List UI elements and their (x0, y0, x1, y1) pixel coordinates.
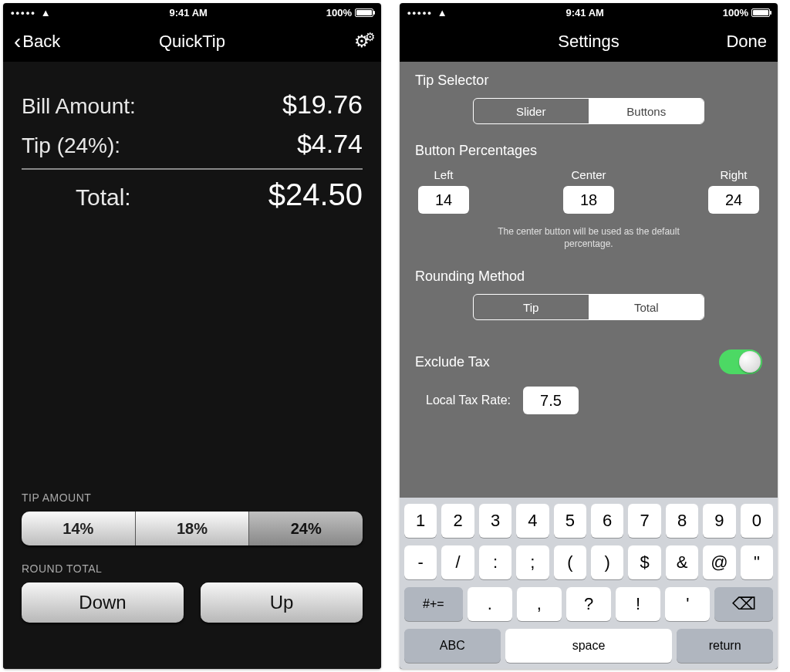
key-delete[interactable]: ⌫ (714, 587, 773, 621)
key-period[interactable]: . (468, 587, 512, 621)
key-9[interactable]: 9 (703, 504, 735, 538)
battery-icon (355, 8, 373, 17)
back-label: Back (22, 32, 60, 52)
pct-center-input[interactable]: 18 (563, 186, 614, 214)
key-exclaim[interactable]: ! (616, 587, 660, 621)
page-title: QuickTip (76, 32, 309, 52)
status-bar: •••••▲ 9:41 AM 100% (400, 3, 778, 22)
round-up-button[interactable]: Up (201, 583, 363, 623)
tip-label: Tip (24%): (22, 133, 120, 158)
gear-icon: ⚙ (354, 32, 365, 51)
gear-icon: ⚙ (365, 30, 370, 43)
rounding-method-segmented: Tip Total (473, 294, 704, 320)
wifi-icon: ▲ (437, 7, 447, 19)
key-7[interactable]: 7 (628, 504, 660, 538)
status-time: 9:41 AM (566, 7, 604, 19)
battery-icon (751, 8, 770, 17)
key-quote[interactable]: " (741, 545, 773, 579)
key-2[interactable]: 2 (441, 504, 474, 538)
keyboard-row-1: 1 2 3 4 5 6 7 8 9 0 (404, 504, 773, 538)
pct-right-input[interactable]: 24 (708, 186, 759, 214)
key-5[interactable]: 5 (554, 504, 586, 538)
keyboard-row-2: - / : ; ( ) $ & @ " (404, 545, 773, 579)
battery-percent: 100% (723, 7, 748, 19)
key-at[interactable]: @ (703, 545, 735, 579)
round-down-button[interactable]: Down (22, 583, 184, 623)
tip-amount-section-label: TIP AMOUNT (22, 491, 363, 504)
key-6[interactable]: 6 (591, 504, 623, 538)
button-percentages-label: Button Percentages (415, 143, 762, 159)
key-4[interactable]: 4 (516, 504, 549, 538)
key-comma[interactable]: , (517, 587, 562, 621)
key-0[interactable]: 0 (741, 504, 773, 538)
local-tax-rate-label: Local Tax Rate: (426, 393, 511, 407)
key-lparen[interactable]: ( (554, 545, 586, 579)
bill-amount-label: Bill Amount: (22, 94, 136, 119)
tip-value: $4.74 (297, 129, 363, 159)
pct-right-label: Right (708, 168, 759, 181)
key-abc[interactable]: ABC (404, 629, 501, 663)
done-button[interactable]: Done (705, 32, 767, 52)
signal-dots-icon: ••••• (11, 7, 36, 19)
exclude-tax-toggle[interactable] (719, 350, 762, 374)
tip-amount-segmented: 14% 18% 24% (22, 512, 363, 545)
exclude-tax-label: Exclude Tax (415, 354, 490, 370)
battery-percent: 100% (326, 7, 352, 19)
keyboard-row-4: ABC space return (404, 629, 773, 663)
total-label: Total: (22, 184, 131, 211)
key-amp[interactable]: & (666, 545, 698, 579)
key-symbols[interactable]: #+= (404, 587, 463, 621)
local-tax-rate-input[interactable]: 7.5 (523, 387, 579, 414)
key-return[interactable]: return (677, 629, 773, 663)
key-apostrophe[interactable]: ' (665, 587, 710, 621)
status-bar: •••••▲ 9:41 AM 100% (3, 3, 381, 22)
page-title: Settings (472, 32, 705, 52)
rounding-tip[interactable]: Tip (474, 295, 589, 319)
chevron-left-icon: ‹ (14, 31, 21, 52)
pct-hint-text: The center button will be used as the de… (488, 226, 689, 250)
key-3[interactable]: 3 (479, 504, 511, 538)
tip-selector-label: Tip Selector (415, 73, 762, 89)
signal-dots-icon: ••••• (407, 7, 433, 19)
key-dash[interactable]: - (404, 545, 437, 579)
delete-icon: ⌫ (732, 594, 756, 614)
key-question[interactable]: ? (566, 587, 611, 621)
key-colon[interactable]: : (479, 545, 511, 579)
keyboard-row-3: #+= . , ? ! ' ⌫ (404, 587, 773, 621)
tip-selector-buttons[interactable]: Buttons (589, 99, 704, 123)
pct-center-label: Center (563, 168, 614, 181)
key-space[interactable]: space (505, 629, 673, 663)
pct-left-label: Left (418, 168, 469, 181)
settings-button[interactable]: ⚙⚙ (309, 32, 370, 52)
rounding-total[interactable]: Total (589, 295, 704, 319)
key-1[interactable]: 1 (404, 504, 437, 538)
wifi-icon: ▲ (41, 7, 51, 19)
bill-amount-value[interactable]: $19.76 (282, 89, 363, 120)
key-rparen[interactable]: ) (591, 545, 623, 579)
tip-selector-slider[interactable]: Slider (474, 99, 589, 123)
tip-option-18[interactable]: 18% (136, 512, 250, 545)
rounding-method-label: Rounding Method (415, 268, 762, 285)
status-time: 9:41 AM (170, 7, 208, 19)
tip-selector-segmented: Slider Buttons (473, 98, 704, 124)
round-total-section-label: ROUND TOTAL (22, 562, 363, 575)
total-value: $24.50 (268, 177, 363, 212)
key-dollar[interactable]: $ (628, 545, 660, 579)
back-button[interactable]: ‹ Back (14, 31, 76, 52)
tip-option-24[interactable]: 24% (249, 512, 363, 545)
pct-left-input[interactable]: 14 (418, 186, 469, 214)
tip-option-14[interactable]: 14% (22, 512, 136, 545)
key-slash[interactable]: / (441, 545, 474, 579)
key-semicolon[interactable]: ; (516, 545, 549, 579)
key-8[interactable]: 8 (666, 504, 698, 538)
